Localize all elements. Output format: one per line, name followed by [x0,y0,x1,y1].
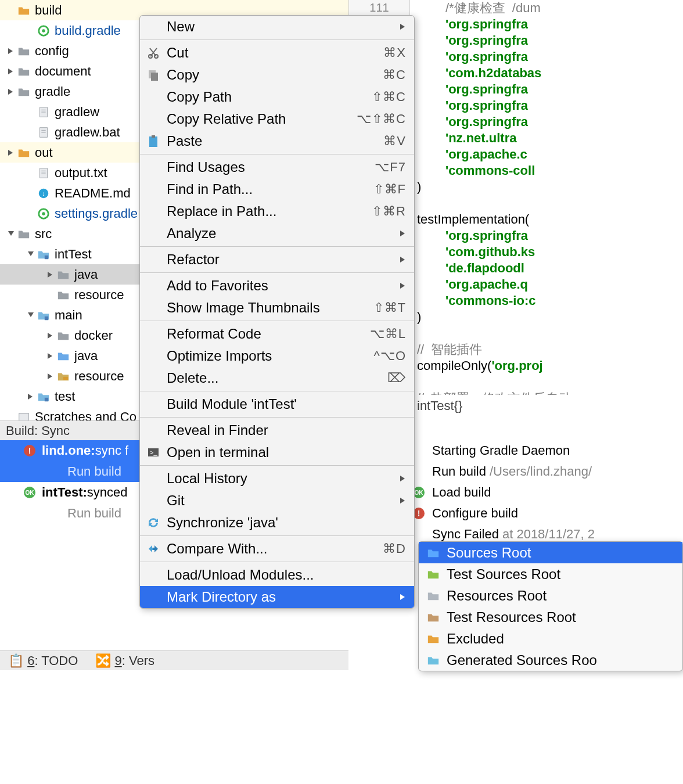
tree-item-label: build [35,3,62,18]
svg-text:!: ! [418,509,420,518]
tree-item-label: test [55,389,75,404]
tree-item-label: gradle [35,84,70,99]
svg-rect-30 [45,397,48,401]
menu-separator [140,246,414,247]
menu-item-open-in-terminal[interactable]: >_Open in terminal [140,441,414,463]
status-bar[interactable]: 📋 6: TODO 🔀 9: Vers [0,650,348,670]
svg-rect-49 [149,136,157,147]
svg-marker-22 [48,272,52,278]
tree-item-label: gradlew [55,105,99,120]
submenu-arrow-icon [400,498,406,504]
mark-directory-submenu[interactable]: Sources RootTest Sources RootResources R… [418,541,683,671]
breadcrumb[interactable]: intTest{} [417,395,462,417]
menu-item-label: Load/Unload Modules... [167,567,406,583]
menu-item-label: Mark Directory as [167,589,400,605]
terminal-icon: >_ [146,445,161,460]
svg-rect-21 [45,255,48,258]
menu-item-label: Synchronize 'java' [167,515,406,531]
build-log-row: OKLoad build [412,482,683,503]
code-editor[interactable]: /*健康检查 /dum 'org.springfra 'org.springfr… [417,0,683,395]
menu-item-label: Reformat Code [167,326,370,342]
cut-icon [146,45,161,60]
menu-separator [140,417,414,418]
menu-item-replace-in-path-[interactable]: Replace in Path...⇧⌘R [140,200,414,222]
shortcut: ⌘C [383,67,406,82]
folder-icon [427,546,440,559]
file-icon [37,126,50,139]
svg-rect-24 [45,316,48,319]
menu-item-load-unload-modules-[interactable]: Load/Unload Modules... [140,564,414,586]
menu-item-label: Build Module 'intTest' [167,396,406,412]
menu-item-copy[interactable]: Copy⌘C [140,64,414,86]
menu-item-label: New [167,19,400,35]
menu-item-label: Git [167,492,400,509]
menu-item-delete-[interactable]: Delete...⌦ [140,367,414,389]
tree-item-label: docker [74,328,113,343]
menu-item-paste[interactable]: Paste⌘V [140,130,414,152]
menu-separator [140,465,414,466]
tree-item-label: build.gradle [55,23,121,38]
submenu-item-test-resources-root[interactable]: Test Resources Root [419,606,682,628]
shortcut: ⌥⇧⌘C [357,112,406,127]
menu-item-compare-with-[interactable]: Compare With...⌘D [140,538,414,560]
menu-item-copy-path[interactable]: Copy Path⇧⌘C [140,86,414,108]
submenu-item-test-sources-root[interactable]: Test Sources Root [419,563,682,585]
shortcut: ⌥F7 [375,160,406,175]
shortcut: ^⌥O [374,348,406,364]
menu-item-find-usages[interactable]: Find Usages⌥F7 [140,156,414,178]
menu-item-refactor[interactable]: Refactor [140,249,414,271]
module-icon [37,248,50,261]
svg-marker-29 [28,394,33,400]
menu-item-synchronize-java-[interactable]: Synchronize 'java' [140,512,414,534]
folder-icon [427,611,440,624]
submenu-item-resources-root[interactable]: Resources Root [419,585,682,606]
build-log-row: Run build/Users/lind.zhang/ [412,461,683,482]
menu-item-new[interactable]: New [140,16,414,38]
menu-item-label: Copy [167,67,383,83]
menu-item-cut[interactable]: Cut⌘X [140,42,414,64]
menu-item-add-to-favorites[interactable]: Add to Favorites [140,275,414,297]
svg-marker-27 [48,373,52,379]
menu-item-local-history[interactable]: Local History [140,467,414,490]
menu-item-label: Cut [167,45,383,61]
folder-icon [427,654,440,667]
shortcut: ⌘D [383,541,406,556]
svg-rect-48 [151,73,158,81]
menu-item-reveal-in-finder[interactable]: Reveal in Finder [140,419,414,441]
folder-icon [427,589,440,602]
status-version-control[interactable]: 🔀 9: Vers [95,653,154,668]
menu-item-reformat-code[interactable]: Reformat Code⌥⌘L [140,323,414,345]
context-menu[interactable]: NewCut⌘XCopy⌘CCopy Path⇧⌘CCopy Relative … [139,15,415,609]
submenu-item-sources-root[interactable]: Sources Root [419,542,682,563]
menu-item-git[interactable]: Git [140,490,414,512]
menu-separator [140,321,414,321]
shortcut: ⌥⌘L [370,326,406,341]
resfolder-icon [57,370,70,383]
build-log: Starting Gradle DaemonRun build/Users/li… [412,440,683,545]
menu-item-label: Show Image Thumbnails [167,300,373,316]
menu-item-label: Copy Relative Path [167,111,357,127]
menu-item-analyze[interactable]: Analyze [140,222,414,244]
menu-separator [140,562,414,562]
folder-icon [17,65,30,78]
svg-marker-2 [8,48,13,54]
mdfile-icon: ↓ [37,187,50,200]
submenu-item-label: Test Resources Root [447,609,576,625]
folder-icon [17,146,30,159]
submenu-item-generated-sources-roo[interactable]: Generated Sources Roo [419,649,682,671]
menu-item-label: Refactor [167,251,400,268]
menu-item-label: Replace in Path... [167,203,372,220]
menu-item-mark-directory-as[interactable]: Mark Directory as [140,586,414,608]
ok-icon: OK [23,486,36,499]
submenu-item-excluded[interactable]: Excluded [419,628,682,649]
folder-icon [57,350,70,362]
folder-icon [57,268,70,281]
menu-item-show-image-thumbnails[interactable]: Show Image Thumbnails⇧⌘T [140,297,414,319]
menu-item-copy-relative-path[interactable]: Copy Relative Path⌥⇧⌘C [140,108,414,130]
menu-item-build-module-inttest-[interactable]: Build Module 'intTest' [140,393,414,415]
shortcut: ⌘V [383,134,406,149]
menu-item-optimize-imports[interactable]: Optimize Imports^⌥O [140,345,414,367]
tree-item-label: gradlew.bat [55,125,120,140]
status-todo[interactable]: 📋 6: TODO [8,653,78,668]
menu-item-find-in-path-[interactable]: Find in Path...⇧⌘F [140,178,414,200]
